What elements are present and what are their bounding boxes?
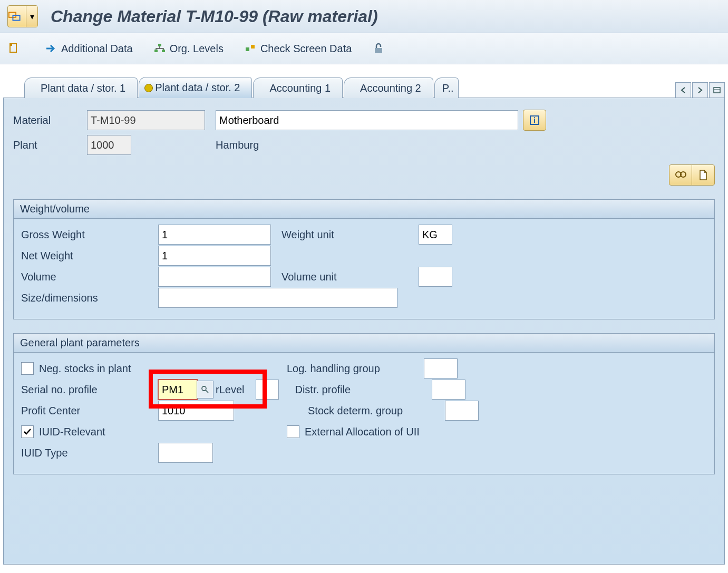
svg-line-17 <box>206 390 208 393</box>
info-button[interactable]: i <box>523 110 546 131</box>
net-weight-field[interactable] <box>158 246 271 266</box>
group-weight-volume-header: Weight/volume <box>14 200 714 219</box>
lock-icon <box>373 42 384 55</box>
size-field[interactable] <box>158 288 397 308</box>
neg-stocks-label: Neg. stocks in plant <box>39 363 160 375</box>
net-weight-label: Net Weight <box>21 250 158 262</box>
plant-field[interactable] <box>87 135 131 155</box>
volume-field[interactable] <box>158 267 271 287</box>
check-icon <box>245 43 256 54</box>
app-toolbar: Additional Data Org. Levels Check Screen… <box>0 33 728 64</box>
svg-rect-4 <box>154 50 158 52</box>
toolbar-check-screen-label: Check Screen Data <box>260 43 352 55</box>
distr-profile-label: Distr. profile <box>295 384 432 396</box>
page-title: Change Material T-M10-99 (Raw material) <box>51 7 378 26</box>
svg-rect-6 <box>246 47 249 51</box>
group-weight-volume: Weight/volume Gross Weight Weight unit N… <box>13 199 715 319</box>
svg-rect-3 <box>158 44 161 46</box>
volume-unit-label: Volume unit <box>282 271 419 283</box>
stock-determ-group-label: Stock determ. group <box>308 405 445 417</box>
material-field[interactable] <box>87 110 205 130</box>
neg-stocks-checkbox[interactable] <box>21 362 34 375</box>
plant-desc: Hamburg <box>216 139 259 151</box>
tab-plant-data-stor-2[interactable]: Plant data / stor. 2 <box>139 77 252 98</box>
svg-point-16 <box>202 386 206 391</box>
svg-rect-8 <box>375 48 382 53</box>
iuid-type-label: IUID Type <box>21 447 158 459</box>
arrow-right-icon <box>45 44 57 53</box>
group-general-plant-params: General plant parameters Neg. stocks in … <box>13 333 715 474</box>
iuid-relevant-checkbox[interactable] <box>21 425 34 438</box>
tab-scroll-right[interactable] <box>692 82 708 98</box>
svg-rect-9 <box>714 88 720 93</box>
serial-profile-label: Serial no. profile <box>21 384 158 396</box>
rlevel-label: rLevel <box>216 384 244 396</box>
menu-drop-icon: ▾ <box>26 6 37 27</box>
active-tab-icon <box>144 84 153 92</box>
profit-center-field[interactable] <box>158 401 234 421</box>
tab-panel: Material i Plant Hamburg Weight/volu <box>3 98 725 565</box>
new-doc-button[interactable] <box>692 164 715 186</box>
org-icon <box>154 43 166 54</box>
toolbar-additional-data[interactable]: Additional Data <box>45 43 133 55</box>
gross-weight-label: Gross Weight <box>21 229 158 241</box>
weight-unit-field[interactable] <box>419 225 452 245</box>
tab-accounting-2[interactable]: Accounting 2 <box>344 77 433 98</box>
size-label: Size/dimensions <box>21 292 158 304</box>
display-button[interactable] <box>669 164 692 186</box>
log-handling-group-label: Log. handling group <box>287 363 424 375</box>
menu-button[interactable]: ▾ <box>7 5 38 27</box>
gross-weight-field[interactable] <box>158 225 271 245</box>
tab-accounting-1[interactable]: Accounting 1 <box>253 77 343 98</box>
serial-profile-f4-button[interactable] <box>197 381 213 399</box>
ext-alloc-checkbox[interactable] <box>287 425 299 438</box>
svg-text:i: i <box>533 116 536 124</box>
tab-scroll-left[interactable] <box>675 82 691 98</box>
tab-strip: Plant data / stor. 1 Plant data / stor. … <box>24 75 725 98</box>
iuid-relevant-label: IUID-Relevant <box>39 426 160 438</box>
profit-center-label: Profit Center <box>21 405 158 417</box>
material-desc-field[interactable] <box>216 110 518 130</box>
toolbar-check-screen[interactable]: Check Screen Data <box>245 43 352 55</box>
document-icon <box>8 43 20 54</box>
toolbar-lock[interactable] <box>373 42 389 55</box>
svg-rect-5 <box>162 50 165 52</box>
toolbar-org-levels[interactable]: Org. Levels <box>154 43 224 55</box>
toolbar-additional-data-label: Additional Data <box>61 43 133 55</box>
stock-determ-group-field[interactable] <box>445 401 479 421</box>
group-general-plant-params-header: General plant parameters <box>14 334 714 353</box>
svg-rect-7 <box>251 45 255 48</box>
weight-unit-label: Weight unit <box>282 229 419 241</box>
ext-alloc-label: External Allocation of UII <box>305 426 463 438</box>
volume-unit-field[interactable] <box>419 267 452 287</box>
tab-list-button[interactable] <box>709 82 725 98</box>
title-bar: ▾ Change Material T-M10-99 (Raw material… <box>0 0 728 33</box>
log-handling-group-field[interactable] <box>424 358 458 378</box>
volume-label: Volume <box>21 271 158 283</box>
distr-profile-field[interactable] <box>432 380 465 400</box>
serial-profile-field[interactable] <box>158 380 197 400</box>
toolbar-back[interactable] <box>8 43 24 54</box>
tab-more[interactable]: P.. <box>434 77 459 98</box>
material-label: Material <box>13 114 87 127</box>
toolbar-org-levels-label: Org. Levels <box>170 43 224 55</box>
iuid-type-field[interactable] <box>158 443 213 463</box>
rlevel-field[interactable] <box>256 380 279 400</box>
plant-label: Plant <box>13 139 87 151</box>
tab-plant-data-stor-1[interactable]: Plant data / stor. 1 <box>24 77 138 98</box>
